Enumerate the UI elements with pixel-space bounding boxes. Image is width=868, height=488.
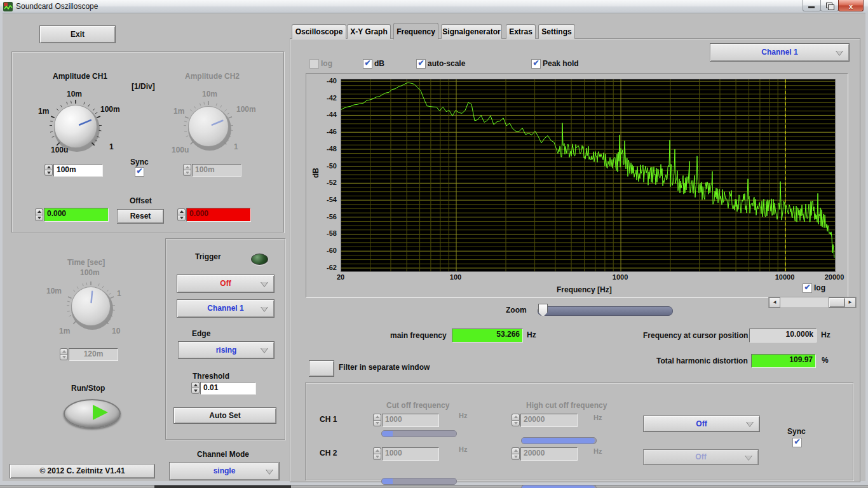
time-value: 120m: [69, 348, 118, 361]
auto-set-button[interactable]: Auto Set: [173, 407, 276, 424]
threshold-spinner[interactable]: [191, 382, 200, 394]
per-div-label: [1/Div]: [132, 82, 155, 91]
autoscale-checkbox[interactable]: ✔: [416, 59, 426, 69]
ch2-cutoff-value: 1000: [382, 447, 439, 461]
log-label: log: [321, 59, 332, 68]
hz-unit: Hz: [593, 447, 602, 455]
filter-window-label: Filter in separate window: [339, 363, 430, 372]
db-checkbox[interactable]: ✔: [363, 59, 372, 69]
trigger-title: Trigger: [195, 252, 221, 261]
x-axis-labels: 2010010001000020000: [341, 273, 836, 282]
cutoff-label: Cut off frequency: [386, 401, 449, 410]
tab-extras[interactable]: Extras: [506, 24, 536, 39]
amplitude-ch1-value[interactable]: 100m: [53, 164, 103, 177]
ch1-highcut-slider: [521, 437, 597, 444]
knob-tick-label: 1m: [38, 107, 49, 116]
x-tick-label: 10000: [775, 273, 795, 281]
offset-ch1-value[interactable]: 0.000: [44, 208, 109, 222]
autoscale-label: auto-scale: [428, 59, 465, 68]
amplitude-ch1-spinner[interactable]: [44, 164, 53, 176]
thd-label: Total harmonic distortion: [656, 356, 748, 365]
amplitude-sync-checkbox[interactable]: ✔: [135, 167, 144, 177]
main-frequency-label: main frequency: [390, 331, 447, 340]
threshold-value[interactable]: 0.01: [200, 382, 256, 395]
graph-scrollbar[interactable]: ◄ ►: [768, 297, 857, 308]
trigger-source-dropdown[interactable]: Channel 1: [177, 299, 275, 318]
graph-log-checkbox[interactable]: ✔: [803, 283, 812, 293]
knob-tick-label: 100m: [100, 105, 120, 114]
tab-frequency[interactable]: Frequency: [393, 23, 438, 39]
peakhold-checkbox[interactable]: ✔: [531, 59, 541, 69]
copyright-button[interactable]: © 2012 C. Zeitnitz V1.41: [10, 464, 155, 478]
ch2-highcut-spinner: [512, 447, 520, 460]
exit-button[interactable]: Exit: [39, 25, 116, 43]
scroll-right-icon[interactable]: ►: [844, 297, 856, 308]
offset-reset-button[interactable]: Reset: [117, 209, 164, 224]
trigger-mode-dropdown[interactable]: Off: [177, 274, 275, 293]
y-tick-label: -48: [327, 145, 337, 152]
filter-sync-checkbox[interactable]: ✔: [792, 438, 802, 447]
filter-ch2-label: CH 2: [320, 449, 337, 458]
ch2-highcut-slider: [521, 485, 597, 488]
graph-log-label: log: [814, 283, 825, 292]
knob-tick-label: 1: [234, 142, 238, 151]
taskbar-sliver: [0, 485, 868, 488]
x-tick-label: 1000: [613, 273, 628, 281]
trigger-led: [251, 254, 268, 265]
offset-ch1-spinner[interactable]: [35, 208, 43, 221]
ch2-filter-mode-dropdown: Off: [643, 449, 759, 465]
channel-select-dropdown[interactable]: Channel 1: [710, 43, 850, 62]
y-tick-label: -44: [327, 111, 337, 118]
filter-window-button[interactable]: [309, 360, 334, 377]
y-axis-labels: -40-42-44-46-48-50-52-54-56-58-60-62: [313, 79, 338, 271]
scrollbar-thumb[interactable]: [829, 297, 845, 308]
tab-signalgenerator[interactable]: Signalgenerator: [441, 24, 502, 39]
tab-settings[interactable]: Settings: [538, 24, 575, 39]
tab-oscilloscope[interactable]: Oscilloscope: [292, 24, 346, 39]
trigger-source-value: Channel 1: [207, 304, 243, 313]
main-frequency-unit: Hz: [527, 330, 536, 339]
x-tick-label: 20: [337, 273, 344, 281]
ch1-filter-mode-dropdown[interactable]: Off: [643, 416, 760, 432]
ch2-highcut-value: 20000: [520, 447, 578, 461]
channel-mode-dropdown[interactable]: single: [169, 462, 280, 480]
knob-tick-label: 100u: [172, 146, 189, 154]
run-stop-button[interactable]: [64, 399, 121, 428]
tab-xy-graph[interactable]: X-Y Graph: [347, 24, 391, 39]
y-tick-label: -56: [327, 213, 337, 220]
ch1-cutoff-slider: [381, 430, 457, 437]
knob-tick-label: 10m: [202, 90, 217, 98]
knob-tick-label: 10m: [46, 287, 62, 295]
app-icon: [3, 2, 13, 11]
scroll-left-icon[interactable]: ◄: [769, 297, 780, 308]
y-tick-label: -58: [327, 229, 337, 237]
spectrum-plot[interactable]: [341, 79, 836, 272]
chevron-down-icon: [266, 470, 273, 475]
offset-ch2-value[interactable]: 0.000: [186, 208, 251, 222]
amplitude-ch1-label: Amplitude CH1: [53, 72, 107, 81]
threshold-label: Threshold: [193, 372, 229, 381]
ch2-cutoff-spinner: [373, 447, 381, 460]
trigger-edge-dropdown[interactable]: rising: [178, 341, 275, 359]
knob-tick-label: 1: [109, 142, 114, 151]
main-frequency-value: 53.266: [452, 329, 523, 342]
y-tick-label: -46: [327, 128, 337, 135]
peakhold-label: Peak hold: [543, 59, 579, 68]
close-button[interactable]: x: [838, 0, 864, 11]
zoom-slider-track[interactable]: [538, 306, 673, 316]
edge-label: Edge: [192, 329, 210, 338]
knob-tick-label: 100m: [236, 105, 256, 114]
y-tick-label: -40: [327, 77, 337, 85]
chevron-down-icon: [836, 51, 843, 56]
knob-tick-label: 100m: [80, 268, 100, 277]
title-bar: [0, 0, 868, 13]
minimize-button[interactable]: [803, 0, 821, 11]
zoom-label: Zoom: [506, 306, 527, 315]
maximize-button[interactable]: [820, 0, 839, 11]
filter-ch1-label: CH 1: [320, 415, 337, 424]
window-frame-right: [865, 13, 868, 484]
offset-ch2-spinner[interactable]: [177, 208, 186, 221]
ch2-filter-mode-value: Off: [695, 452, 706, 461]
amplitude-ch1-knob[interactable]: [37, 88, 114, 165]
close-icon: x: [849, 3, 853, 10]
